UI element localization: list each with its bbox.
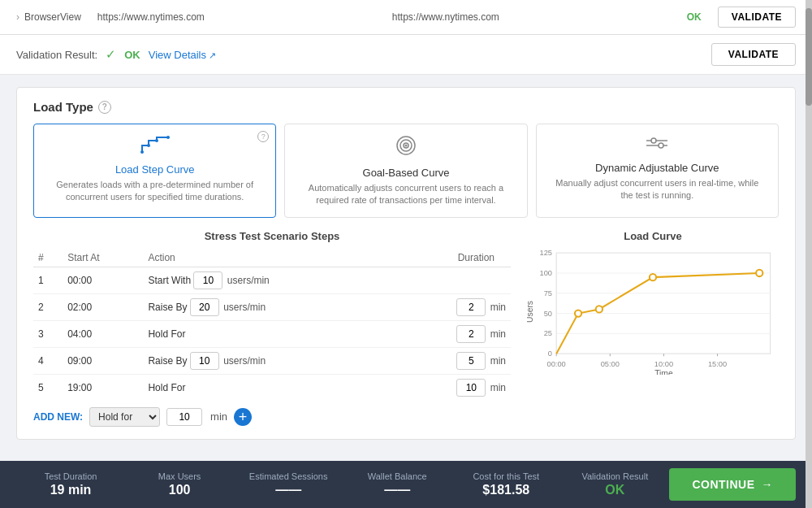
svg-text:05:00: 05:00 (601, 359, 620, 367)
scenario-steps-title: Stress Test Scenario Steps (33, 230, 511, 242)
duration-input-4[interactable] (456, 352, 486, 370)
duration-input-5[interactable] (456, 379, 486, 397)
table-row: 2 02:00 Raise By users/min min (33, 293, 511, 320)
validate-button[interactable]: VALIDATE (711, 43, 796, 66)
duration-unit-3: min (490, 328, 506, 340)
bottom-status-bar: Test Duration 19 min Max Users 100 Estim… (0, 461, 812, 508)
row-action: Raise By users/min (143, 293, 396, 320)
table-row: 4 09:00 Raise By users/min min (33, 347, 511, 374)
row-duration: min (396, 347, 511, 374)
stat-test-duration: Test Duration 19 min (16, 471, 125, 497)
stat-wallet-balance: Wallet Balance —— (343, 471, 451, 497)
add-new-input[interactable] (166, 408, 202, 426)
row-duration (396, 267, 511, 293)
svg-point-7 (404, 145, 407, 147)
continue-button[interactable]: CONTINUE → (669, 468, 796, 501)
value-input-1[interactable] (193, 271, 222, 289)
duration-unit-4: min (490, 355, 506, 367)
svg-point-9 (651, 138, 656, 143)
col-start-at: Start At (63, 249, 143, 267)
row-num: 3 (33, 320, 63, 347)
svg-rect-14 (556, 253, 770, 354)
svg-text:Time: Time (654, 369, 673, 375)
row-num: 1 (33, 267, 63, 293)
chart-section: Load Curve 125 100 (527, 230, 779, 427)
row-start-at: 04:00 (63, 320, 143, 347)
stat-validation: Validation Result OK (560, 471, 669, 497)
dynamic-adjustable-curve-name: Dynamic Adjustable Curve (549, 162, 766, 174)
scenario-chart-row: Stress Test Scenario Steps # Start At Ac… (33, 230, 779, 427)
load-type-section: Load Type ? ? Load Step Curve (16, 87, 796, 440)
goal-based-curve-icon (297, 134, 514, 162)
svg-text:25: 25 (544, 329, 552, 337)
scrollbar[interactable] (806, 0, 812, 508)
duration-input-3[interactable] (456, 325, 486, 343)
dynamic-adjustable-curve-desc: Manually adjust concurrent users in real… (549, 177, 766, 202)
table-row: 1 00:00 Start With users/min (33, 267, 511, 293)
value-input-2[interactable] (190, 298, 219, 316)
add-new-unit: min (210, 410, 227, 423)
svg-point-2 (155, 139, 158, 142)
top-validate-button[interactable]: VALIDATE (718, 7, 796, 28)
dynamic-adjustable-curve-option[interactable]: Dynamic Adjustable Curve Manually adjust… (536, 124, 779, 218)
load-type-title: Load Type ? (33, 100, 779, 114)
load-step-curve-name: Load Step Curve (46, 163, 263, 176)
goal-based-curve-option[interactable]: Goal-Based Curve Automatically adjusts c… (284, 124, 527, 218)
validation-result-bar: Validation Result: ✓ OK View Details VAL… (0, 35, 812, 75)
row-duration: min (396, 320, 511, 347)
scrollbar-thumb[interactable] (806, 8, 812, 106)
value-input-4[interactable] (190, 352, 219, 370)
row-action: Hold For (143, 374, 396, 401)
unit-2: users/min (223, 302, 266, 313)
breadcrumb: › BrowserView (16, 11, 81, 23)
url-dest: https://www.nytimes.com (392, 11, 671, 23)
row-start-at: 02:00 (63, 293, 143, 320)
stat-cost-label: Cost for this Test (473, 471, 539, 481)
svg-text:75: 75 (544, 289, 552, 297)
table-row: 5 19:00 Hold For min (33, 374, 511, 401)
stat-cost: Cost for this Test $181.58 (451, 471, 560, 497)
col-num: # (33, 249, 63, 267)
stat-max-users-label: Max Users (158, 471, 201, 481)
row-start-at: 09:00 (63, 347, 143, 374)
svg-point-38 (756, 270, 762, 276)
svg-point-37 (650, 274, 656, 280)
svg-point-35 (575, 310, 581, 316)
row-num: 2 (33, 293, 63, 320)
unit-4: users/min (223, 355, 266, 367)
svg-text:0: 0 (548, 350, 552, 358)
add-new-select[interactable]: Hold for Raise By Start With (89, 407, 160, 427)
load-curve-title: Load Curve (527, 230, 779, 242)
validation-ok-text: OK (124, 49, 140, 61)
scenario-section: Stress Test Scenario Steps # Start At Ac… (33, 230, 511, 427)
top-ok-badge: OK (687, 11, 702, 23)
row-duration: min (396, 374, 511, 401)
col-duration: Duration (396, 249, 511, 267)
load-type-help-icon[interactable]: ? (98, 101, 111, 114)
continue-label: CONTINUE (692, 478, 754, 491)
check-icon: ✓ (106, 47, 116, 62)
row-num: 5 (33, 374, 63, 401)
stat-max-users-value: 100 (169, 483, 191, 497)
col-action: Action (143, 249, 396, 267)
svg-point-3 (166, 136, 170, 139)
table-row: 3 04:00 Hold For min (33, 320, 511, 347)
browser-view-label: BrowserView (24, 11, 81, 23)
load-step-help-icon[interactable]: ? (257, 131, 269, 142)
load-step-curve-option[interactable]: ? Load Step Curve Generates loads with a… (33, 124, 276, 218)
url-source: https://www.nytimes.com (97, 11, 376, 23)
add-step-button[interactable]: + (234, 408, 252, 426)
svg-text:00:00: 00:00 (547, 359, 566, 367)
svg-text:15:00: 15:00 (708, 359, 727, 367)
stat-validation-label: Validation Result (581, 471, 648, 481)
view-details-link[interactable]: View Details (149, 49, 216, 61)
stat-test-duration-value: 19 min (50, 483, 92, 497)
duration-input-2[interactable] (456, 298, 486, 316)
duration-unit-2: min (490, 302, 506, 313)
continue-arrow-icon: → (762, 478, 774, 491)
stat-estimated-sessions: Estimated Sessions —— (234, 471, 343, 497)
svg-text:125: 125 (540, 249, 553, 257)
svg-point-36 (596, 306, 603, 312)
load-step-curve-icon (46, 134, 263, 158)
row-start-at: 19:00 (63, 374, 143, 401)
